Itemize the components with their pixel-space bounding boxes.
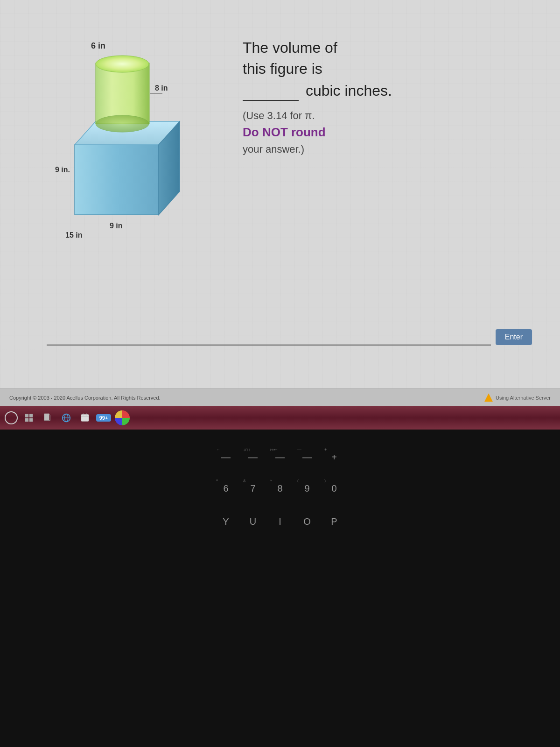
key-9[interactable]: ( 9 [295, 470, 319, 496]
key-dash2[interactable]: ↓/↑↑ — [241, 439, 265, 465]
svg-rect-8 [29, 414, 33, 417]
label-6in: 6 in [91, 41, 105, 51]
taskbar-start-button[interactable] [5, 411, 18, 424]
keyboard-row-3: Y U I O P [0, 499, 560, 532]
volume-question: The volume of this figure is cubic inche… [243, 37, 532, 101]
hint-line3: your answer.) [243, 143, 304, 155]
key-0[interactable]: ) 0 [322, 470, 346, 496]
keyboard-area: ← — ↓/↑↑ — ↦↤ — — — + + ^ 6 & 7 * [0, 430, 560, 747]
key-7[interactable]: & 7 [241, 470, 265, 496]
key-u[interactable]: U [241, 503, 265, 529]
svg-rect-10 [29, 418, 33, 422]
svg-rect-7 [25, 414, 28, 417]
svg-rect-9 [25, 418, 28, 422]
question-line1: The volume of [243, 39, 337, 56]
key-i[interactable]: I [268, 503, 292, 529]
svg-point-4 [96, 56, 149, 72]
search-icon [24, 413, 34, 423]
keyboard-row-1: ← — ↓/↑↑ — ↦↤ — — — + + [0, 430, 560, 467]
question-line2: this figure is [243, 60, 322, 77]
label-8in: 8 in [155, 84, 168, 92]
figure-area: 6 in 8 in 9 in. 9 in 15 in [47, 28, 224, 238]
svg-marker-0 [75, 145, 159, 215]
taskbar-icon-browser[interactable] [59, 410, 74, 425]
main-content-area: 6 in 8 in 9 in. 9 in 15 in The volume of… [0, 0, 560, 406]
taskbar-badge[interactable]: 99+ [96, 414, 111, 422]
answer-blank [243, 79, 299, 101]
alt-server-text: Using Alternative Server [496, 395, 551, 401]
alt-server-badge: Using Alternative Server [484, 394, 551, 402]
svg-rect-15 [81, 415, 89, 422]
svg-point-5 [96, 115, 149, 132]
key-y[interactable]: Y [214, 503, 238, 529]
warning-icon [484, 394, 493, 402]
answer-input[interactable] [47, 329, 491, 345]
hint-line1: (Use 3.14 for π. [243, 110, 315, 121]
do-not-round-text: Do NOT round [243, 125, 326, 139]
svg-rect-11 [44, 414, 49, 421]
key-6[interactable]: ^ 6 [214, 470, 238, 496]
copyright-bar: Copyright © 2003 - 2020 Acellus Corporat… [0, 388, 560, 406]
key-plus[interactable]: + + [322, 439, 346, 465]
content-wrapper: 6 in 8 in 9 in. 9 in 15 in The volume of… [0, 0, 560, 257]
key-dash1[interactable]: ← — [214, 439, 238, 465]
label-15in: 15 in [65, 231, 82, 240]
label-9in-front: 9 in [110, 222, 123, 230]
taskbar-colorful-icon[interactable] [115, 410, 130, 425]
figure-svg [47, 28, 224, 238]
label-9in-side: 9 in. [55, 166, 70, 174]
taskbar: 99+ [0, 406, 560, 430]
question-line3: cubic inches. [306, 82, 392, 99]
copyright-text: Copyright © 2003 - 2020 Acellus Corporat… [9, 395, 161, 401]
taskbar-icon-search[interactable] [21, 410, 36, 425]
taskbar-icon-file[interactable] [40, 410, 55, 425]
file-icon [42, 413, 53, 423]
key-o[interactable]: O [295, 503, 319, 529]
key-dash3[interactable]: ↦↤ — [268, 439, 292, 465]
enter-button[interactable]: Enter [496, 329, 532, 345]
hint-text: (Use 3.14 for π. Do NOT round your answe… [243, 108, 532, 157]
calendar-icon [80, 413, 90, 423]
key-dash4[interactable]: — — [295, 439, 319, 465]
browser-icon [61, 413, 71, 423]
question-area: The volume of this figure is cubic inche… [243, 28, 532, 157]
key-8[interactable]: * 8 [268, 470, 292, 496]
key-p[interactable]: P [322, 503, 346, 529]
keyboard-row-2: ^ 6 & 7 * 8 ( 9 ) 0 [0, 467, 560, 499]
taskbar-icon-calendar[interactable] [77, 410, 92, 425]
input-row: Enter [47, 329, 532, 345]
